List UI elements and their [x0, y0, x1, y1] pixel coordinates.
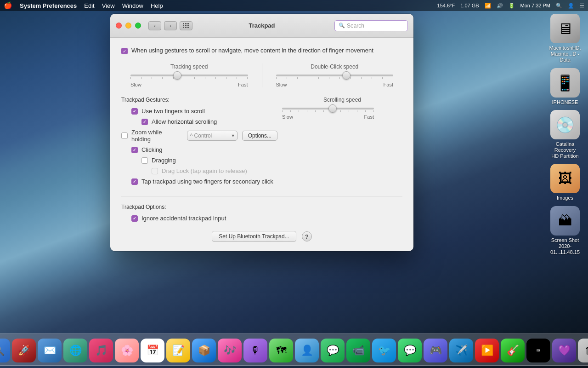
dock-item-photos[interactable]: 🌸 [115, 339, 139, 362]
window-controls [116, 23, 141, 29]
status-storage: 1.07 GB [460, 3, 479, 8]
gesture-direction-row: When using gestures to scroll or navigat… [121, 47, 402, 54]
window-content: When using gestures to scroll or navigat… [110, 38, 413, 251]
scroll-speed-ticks [282, 110, 374, 112]
dragging-checkbox[interactable] [141, 157, 148, 164]
dock-item-finder[interactable]: 🔍 [0, 339, 10, 362]
ignore-accidental-label: Ignore accidental trackpad input [141, 215, 226, 222]
dock-item-facetime[interactable]: 📹 [346, 339, 370, 362]
dock-item-calendar[interactable]: 📅 [141, 339, 164, 362]
desktop-icon-iphonese-label: IPHONESE [552, 99, 578, 105]
double-click-speed-thumb[interactable] [342, 71, 351, 80]
window-back-button[interactable]: ‹ [148, 21, 161, 30]
status-temp: 154.6°F [437, 3, 455, 8]
zoom-while-holding-checkbox[interactable] [121, 132, 128, 139]
zoom-dropdown-value: ^ Control [190, 132, 212, 139]
dock-item-discord[interactable]: 🎮 [424, 339, 447, 362]
desktop-icon-images-label: Images [557, 195, 573, 201]
bottom-row: Set Up Bluetooth Trackpad... ? [121, 231, 402, 242]
tracking-speed-fast: Fast [238, 82, 248, 87]
dock-item-notes[interactable]: 📝 [166, 339, 190, 362]
dragging-label: Dragging [152, 157, 176, 164]
window-titlebar: ‹ › Trackpad 🔍 Search [110, 14, 413, 38]
secondary-click-row: Tap trackpad using two fingers for secon… [121, 178, 277, 185]
double-click-speed-labels: Slow Fast [267, 82, 403, 87]
dock-item-obsidian[interactable]: 💜 [552, 339, 576, 362]
clicking-checkbox[interactable] [131, 147, 138, 153]
dock-item-twitter[interactable]: 🐦 [372, 339, 396, 362]
window-forward-button[interactable]: › [164, 21, 177, 30]
dock-item-appstore[interactable]: 📦 [192, 339, 216, 362]
desktop-icon-iphonese[interactable]: 📱 IPHONESE [547, 68, 583, 105]
dock-item-messages[interactable]: 💬 [321, 339, 345, 362]
status-search-icon[interactable]: 🔍 [556, 3, 562, 9]
status-battery-icon: 🔋 [509, 3, 515, 9]
ignore-accidental-checkbox[interactable] [131, 215, 138, 222]
status-wifi-icon: 📶 [485, 3, 491, 9]
double-click-speed-track[interactable] [276, 75, 394, 76]
help-button[interactable]: ? [302, 231, 312, 242]
use-two-fingers-checkbox[interactable] [131, 108, 138, 115]
desktop-icons: 🖥 MacintoshHD,Macinto...D - Data 📱 IPHON… [547, 14, 583, 255]
trackpad-window: ‹ › Trackpad 🔍 Search [110, 14, 413, 251]
zoom-options-button[interactable]: Options... [242, 131, 277, 141]
allow-horizontal-label: Allow horizontal scrolling [152, 118, 217, 125]
menubar-help[interactable]: Help [151, 2, 163, 9]
status-sound-icon: 🔊 [497, 3, 503, 9]
scroll-speed-end-labels: Slow Fast [282, 114, 374, 120]
menubar-window[interactable]: Window [122, 2, 143, 9]
apple-menu[interactable]: 🍎 [4, 1, 12, 10]
status-user-icon[interactable]: 👤 [568, 3, 574, 9]
zoom-dropdown[interactable]: ^ Control ▼ [187, 131, 237, 141]
dock-item-terminal[interactable]: ⌨️ [526, 339, 550, 362]
drag-lock-row: Drag Lock (tap again to release) [121, 167, 277, 174]
dock-item-contacts[interactable]: 👤 [295, 339, 319, 362]
desktop-icon-catalina[interactable]: 💿 Catalina RecoveryHD Partition [547, 110, 583, 160]
desktop: 🍎 System Preferences Edit View Window He… [0, 0, 588, 368]
grid-view-button[interactable] [180, 21, 192, 30]
scroll-speed-fast: Fast [364, 114, 374, 120]
bluetooth-trackpad-button[interactable]: Set Up Bluetooth Trackpad... [212, 231, 296, 242]
menubar-view[interactable]: View [102, 2, 115, 9]
dock-item-safari[interactable]: 🌐 [63, 339, 87, 362]
tracking-speed-track[interactable] [130, 75, 248, 76]
search-box[interactable]: 🔍 Search [334, 20, 408, 31]
dock-item-itunes[interactable]: 🎶 [218, 339, 242, 362]
scroll-speed-slider-container: Slow Fast [282, 108, 374, 120]
bottom-section: Trackpad Options: Ignore accidental trac… [121, 196, 402, 222]
menubar: 🍎 System Preferences Edit View Window He… [0, 0, 588, 11]
dock-item-spotify[interactable]: 🎸 [501, 339, 525, 362]
desktop-icon-screenshot[interactable]: 🏔 Screen Shot2020-01...11.48.15 [547, 206, 583, 256]
status-time: Mon 7:32 PM [520, 3, 550, 8]
desktop-icon-screenshot-label: Screen Shot2020-01...11.48.15 [547, 237, 583, 256]
clicking-row: Clicking [121, 146, 277, 153]
double-click-speed-ticks [276, 77, 394, 79]
desktop-icon-catalina-label: Catalina RecoveryHD Partition [547, 141, 583, 160]
menubar-edit[interactable]: Edit [84, 2, 94, 9]
dock-item-whatsapp[interactable]: 💬 [398, 339, 422, 362]
gesture-direction-checkbox[interactable] [121, 48, 128, 54]
dock-item-maps[interactable]: 🗺 [269, 339, 293, 362]
tracking-speed-thumb[interactable] [173, 71, 181, 80]
secondary-click-checkbox[interactable] [131, 178, 138, 185]
window-close-button[interactable] [116, 23, 122, 29]
dragging-row: Dragging [121, 157, 277, 164]
dock-item-podcasts[interactable]: 🎙 [243, 339, 267, 362]
status-list-icon[interactable]: ☰ [580, 3, 584, 9]
dock-item-launchpad[interactable]: 🚀 [12, 339, 36, 362]
scroll-speed-track[interactable] [282, 108, 374, 109]
desktop-icon-images[interactable]: 🖼 Images [547, 164, 583, 201]
dock-item-telegram[interactable]: ✈️ [449, 339, 473, 362]
dock-item-trash[interactable]: 🗑 [578, 339, 588, 362]
dock-item-youtube[interactable]: ▶️ [475, 339, 499, 362]
menubar-app-name[interactable]: System Preferences [20, 2, 77, 9]
desktop-icon-macintoshhd[interactable]: 🖥 MacintoshHD,Macinto...D - Data [547, 14, 583, 63]
window-maximize-button[interactable] [135, 23, 141, 29]
scroll-speed-thumb[interactable] [328, 104, 337, 113]
left-content: Trackpad Gestures: Use two fingers to sc… [121, 97, 277, 189]
dock-item-mail[interactable]: ✉️ [38, 339, 62, 362]
window-minimize-button[interactable] [125, 23, 131, 29]
tracking-speed-labels: Slow Fast [121, 82, 257, 87]
allow-horizontal-checkbox[interactable] [141, 119, 148, 125]
dock-item-music[interactable]: 🎵 [89, 339, 113, 362]
